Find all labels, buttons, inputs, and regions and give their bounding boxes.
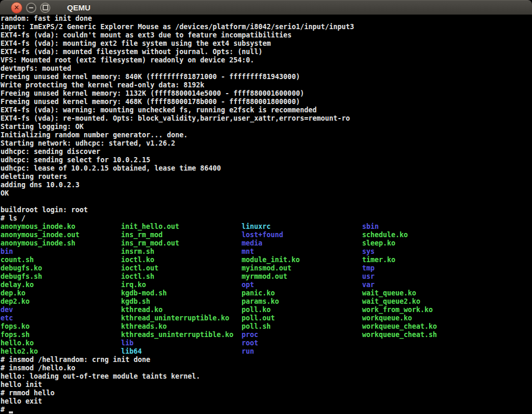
terminal-line: Write protecting the kernel read-only da… (1, 81, 532, 89)
terminal-text: EXT4-fs (vda): mounting ext2 file system… (1, 40, 271, 48)
terminal-text: input: ImExPS/2 Generic Explorer Mouse a… (1, 23, 354, 31)
terminal-text: # insmod /hellrandom: crng init done (1, 356, 150, 364)
terminal-text: EXT4-fs (vda): re-mounted. Opts: block_v… (1, 114, 350, 123)
terminal-text: proc (242, 331, 362, 339)
terminal-text: OK (1, 189, 9, 198)
window-titlebar[interactable]: ✕ QEMU (0, 0, 532, 15)
terminal-text: kthread_uninterruptible.ko (121, 314, 242, 322)
terminal-text: hello init (1, 381, 42, 389)
terminal-line: VFS: Mounted root (ext2 filesystem) read… (1, 56, 532, 64)
terminal-text: kthreads.ko (121, 322, 242, 331)
terminal-line: fops.kokthreads.kopoll.shworkqueue_cheat… (1, 322, 532, 331)
close-button[interactable]: ✕ (11, 2, 22, 14)
terminal-line: delay.koirq.kooptvar (1, 281, 532, 289)
terminal-text: lib (121, 339, 242, 347)
terminal-line: deleting routers (1, 173, 532, 181)
terminal-text: Freeing unused kernel memory: 468K (ffff… (1, 98, 300, 106)
terminal-text: fops.sh (1, 331, 121, 339)
terminal-text: tmp (362, 264, 375, 273)
terminal-text: random: fast init done (1, 15, 92, 23)
terminal-text: EXT4-fs (vda): couldn't mount as ext3 du… (1, 31, 291, 40)
terminal-text: udhcpc: sending select for 10.0.2.15 (1, 156, 150, 164)
terminal-line: hello: loading out-of-tree module taints… (1, 372, 532, 381)
terminal-line: EXT4-fs (vda): mounting ext2 file system… (1, 40, 532, 48)
terminal-text: schedule.ko (362, 231, 408, 239)
terminal-text: Freeing unused kernel memory: 1132K (fff… (1, 89, 304, 98)
terminal-line: random: fast init done (1, 15, 532, 23)
terminal-text: VFS: Mounted root (ext2 filesystem) read… (1, 56, 254, 64)
terminal-text: kthreads_uninterruptible.ko (121, 331, 242, 339)
qemu-window: ✕ QEMU random: fast init doneinput: ImEx… (0, 0, 532, 414)
terminal-line: Starting logging: OK (1, 123, 532, 131)
terminal-text: bin (1, 248, 121, 256)
window-title: QEMU (67, 3, 90, 12)
terminal-text: dep2.ko (1, 297, 121, 306)
terminal-line: EXT4-fs (vda): mounted filesystem withou… (1, 48, 532, 56)
terminal-text: hello.ko (1, 339, 121, 347)
terminal-text: root (242, 339, 258, 347)
terminal-text: media (242, 239, 362, 248)
terminal-text: dev (1, 306, 121, 314)
terminal-text: timer.ko (362, 256, 395, 264)
terminal-text: ioctl.sh (121, 273, 242, 281)
terminal-line: # ls / (1, 214, 532, 223)
terminal-text: lib64 (121, 347, 242, 356)
terminal-text: init_hello.out (121, 223, 242, 231)
terminal-line: EXT4-fs (vda): couldn't mount as ext3 du… (1, 31, 532, 40)
terminal-line: buildroot login: root (1, 206, 532, 214)
terminal-line: devtmpfs: mounted (1, 64, 532, 73)
terminal-text: anonymous_inode.sh (1, 239, 121, 248)
terminal-line: input: ImExPS/2 Generic Explorer Mouse a… (1, 23, 532, 31)
terminal-line: devkthread.kopoll.kowork_from_work.ko (1, 306, 532, 314)
terminal-text: workqueue_cheat.ko (362, 322, 437, 331)
terminal-text: debugfs.sh (1, 273, 121, 281)
terminal-text: ioctl.out (121, 264, 242, 273)
terminal-text: ins_rm_mod (121, 231, 242, 239)
terminal-line: anonymous_inode.outins_rm_modlost+founds… (1, 231, 532, 239)
terminal-text: insrm.sh (121, 248, 242, 256)
terminal-text: poll.sh (242, 322, 362, 331)
terminal-text: udhcpc: lease of 10.0.2.15 obtained, lea… (1, 164, 221, 173)
terminal-line: anonymous_inode.koinit_hello.outlinuxrcs… (1, 223, 532, 231)
terminal-text: Initializing random number generator... … (1, 131, 188, 139)
terminal-text: dep.ko (1, 289, 121, 297)
close-icon: ✕ (14, 4, 20, 11)
terminal-text: params.ko (242, 297, 362, 306)
terminal-text: irq.ko (121, 281, 242, 289)
minimize-button[interactable] (26, 3, 36, 13)
terminal-text: poll.out (242, 314, 362, 322)
terminal-text: EXT4-fs (vda): warning: mounting uncheck… (1, 106, 316, 114)
terminal-text: ins_rm_mod.out (121, 239, 242, 248)
terminal-line: hello init (1, 381, 532, 389)
terminal-line: hello exit (1, 397, 532, 406)
terminal-line: hello.kolibroot (1, 339, 532, 347)
terminal-line: debugfs.shioctl.shmyrmmod.outusr (1, 273, 532, 281)
terminal-text: hello2.ko (1, 347, 121, 356)
terminal-text: myinsmod.out (242, 264, 362, 273)
terminal-text: kgdb-mod.sh (121, 289, 242, 297)
maximize-button[interactable] (40, 3, 50, 13)
maximize-icon (43, 5, 48, 10)
terminal-line: EXT4-fs (vda): warning: mounting uncheck… (1, 106, 532, 114)
terminal-line: anonymous_inode.shins_rm_mod.outmediasle… (1, 239, 532, 248)
terminal-text: Starting network: udhcpc: started, v1.26… (1, 139, 175, 148)
terminal-text: anonymous_inode.ko (1, 223, 121, 231)
terminal-text: kgdb.sh (121, 297, 242, 306)
terminal-line: etckthread_uninterruptible.kopoll.outwor… (1, 314, 532, 322)
terminal-line: # rmmod hello (1, 389, 532, 397)
terminal-text: workqueue_cheat.sh (362, 331, 437, 339)
terminal-line: Freeing unused kernel memory: 840K (ffff… (1, 73, 532, 81)
terminal-text: adding dns 10.0.2.3 (1, 181, 79, 189)
terminal-line: # insmod /hello.ko (1, 364, 532, 372)
terminal-line: debugfs.koioctl.outmyinsmod.outtmp (1, 264, 532, 273)
terminal-text: deleting routers (1, 173, 67, 181)
terminal-screen[interactable]: random: fast init doneinput: ImExPS/2 Ge… (0, 15, 532, 414)
terminal-text: hello: loading out-of-tree module taints… (1, 372, 200, 381)
terminal-text: sbin (362, 223, 379, 231)
terminal-text: workqueue.ko (362, 314, 412, 322)
terminal-text: # insmod /hello.ko (1, 364, 75, 372)
terminal-line: udhcpc: sending discover (1, 148, 532, 156)
terminal-text: usr (362, 273, 375, 281)
terminal-line: dep.kokgdb-mod.shpanic.kowait_queue.ko (1, 289, 532, 297)
terminal-text: count.sh (1, 256, 121, 264)
